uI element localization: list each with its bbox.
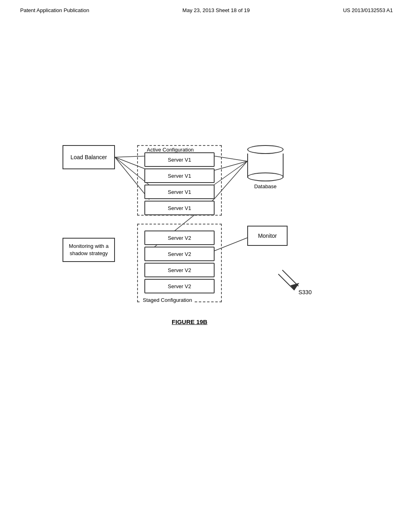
staged-server-4: Server V2 (144, 279, 215, 293)
active-server-2: Server V1 (144, 168, 215, 183)
svg-line-11 (282, 270, 298, 286)
header-right: US 2013/0132553 A1 (343, 7, 393, 13)
monitor-box: Monitor (247, 226, 288, 246)
header-middle: May 23, 2013 Sheet 18 of 19 (182, 7, 250, 13)
database-label: Database (247, 183, 284, 189)
svg-line-10 (278, 274, 294, 290)
staged-servers-list: Server V2 Server V2 Server V2 Server V2 (144, 231, 215, 295)
active-config-label: Active Configuration (145, 147, 195, 153)
header-left: Patent Application Publication (20, 7, 89, 13)
svg-marker-12 (290, 283, 299, 290)
figure-caption: FIGURE 19B (157, 318, 222, 325)
db-bottom-ellipse (247, 172, 284, 181)
db-body (247, 154, 284, 178)
active-servers-list: Server V1 Server V1 Server V1 Server V1 (144, 152, 215, 217)
load-balancer-box: Load Balancer (63, 145, 115, 169)
monitoring-label-box: Monitoring with a shadow strategy (63, 238, 115, 262)
database-shape (247, 145, 284, 178)
active-server-4: Server V1 (144, 201, 215, 215)
staged-server-1: Server V2 (144, 231, 215, 245)
s330-label: S330 (298, 289, 312, 295)
page-header: Patent Application Publication May 23, 2… (0, 0, 413, 13)
db-top (247, 145, 284, 154)
staged-server-2: Server V2 (144, 247, 215, 261)
active-server-3: Server V1 (144, 185, 215, 199)
active-server-1: Server V1 (144, 152, 215, 167)
staged-server-3: Server V2 (144, 263, 215, 277)
staged-config-label: Staged Configuration (141, 297, 194, 303)
